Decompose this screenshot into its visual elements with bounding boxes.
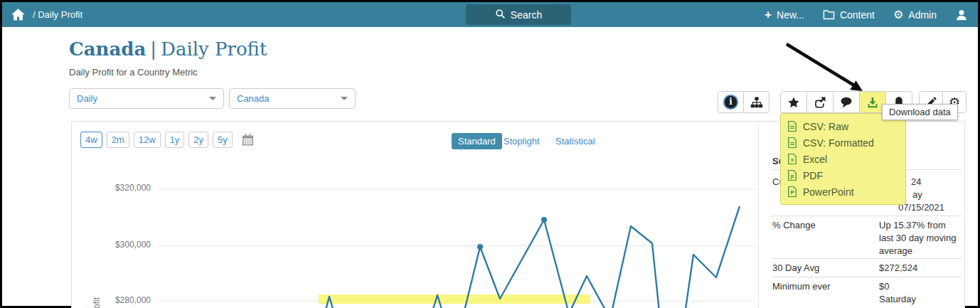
summary-label-30day-avg: 30 Day Avg (772, 262, 819, 273)
download-icon (866, 96, 879, 109)
menu-item-label: Excel (803, 154, 827, 165)
svg-text:p: p (791, 173, 794, 179)
new-button[interactable]: + New... (765, 9, 804, 21)
favorite-button[interactable] (780, 91, 807, 113)
gear-icon: ⚙ (893, 9, 903, 21)
element-select[interactable]: Canada (229, 88, 356, 109)
time-range-group: 4w 2m 12w 1y 2y 5y (80, 132, 255, 148)
range-button-1y[interactable]: 1y (165, 132, 185, 148)
y-axis-tick: $280,000 (94, 295, 151, 305)
y-axis-tick: $320,000 (94, 183, 151, 193)
search-icon (495, 9, 506, 21)
menu-item-label: CSV: Formatted (803, 137, 874, 149)
menu-item-csv-formatted[interactable]: CSV: Formatted (781, 134, 905, 151)
summary-label-pct-change: % Change (772, 220, 816, 230)
lineage-button[interactable] (743, 91, 769, 113)
file-excel-icon: x (787, 153, 797, 165)
tab-statistical[interactable]: Statistical (555, 136, 595, 147)
menu-item-csv-raw[interactable]: CSV: Raw (781, 118, 905, 134)
element-select-value: Canada (237, 93, 270, 104)
tab-stoplight[interactable]: Stoplight (504, 136, 540, 147)
star-icon (787, 96, 800, 109)
summary-label-minimum: Minimum ever (772, 281, 831, 292)
breadcrumb: / Daily Profit (33, 9, 82, 20)
page-subtitle: Daily Profit for a Country Metric (69, 67, 198, 78)
y-axis-tick: $300,000 (94, 240, 151, 250)
range-button-2y[interactable]: 2y (188, 132, 208, 148)
comment-button[interactable] (833, 91, 860, 113)
menu-item-pdf[interactable]: p PDF (781, 167, 905, 184)
chevron-down-icon (209, 97, 216, 100)
divider (772, 216, 962, 216)
top-navbar: / Daily Profit Search + New... Content (2, 2, 978, 27)
divider (772, 277, 962, 277)
content-button[interactable]: Content (823, 9, 875, 21)
summary-divider (758, 122, 759, 308)
measure-select-value: Daily (77, 93, 97, 104)
summary-pct-change-line: last 30 day moving (879, 233, 956, 243)
download-tooltip: Download data (882, 104, 958, 120)
user-icon (955, 9, 968, 21)
chevron-down-icon (341, 97, 348, 100)
home-icon[interactable] (11, 7, 26, 22)
file-text-icon (787, 120, 797, 132)
plus-icon: + (765, 9, 772, 21)
range-button-5y[interactable]: 5y (213, 132, 233, 148)
range-button-4w[interactable]: 4w (80, 132, 102, 148)
svg-text:P: P (790, 189, 794, 196)
folder-icon (823, 9, 835, 20)
summary-pct-change-line: Up 15.37% from (879, 220, 946, 230)
menu-item-excel[interactable]: x Excel (781, 151, 905, 167)
page-title-metric: Daily Profit (161, 38, 267, 60)
summary-minimum-day: Saturday (879, 294, 916, 304)
page-title: Canada|Daily Profit (69, 38, 267, 60)
file-powerpoint-icon: P (787, 186, 797, 198)
summary-minimum-value: $0 (879, 281, 889, 292)
user-menu-button[interactable] (955, 9, 968, 21)
admin-button[interactable]: ⚙ Admin (893, 9, 937, 21)
menu-item-label: PDF (803, 170, 823, 181)
file-pdf-icon: p (787, 169, 797, 181)
new-label: New... (777, 9, 804, 21)
share-button[interactable] (806, 91, 833, 113)
file-text-icon (787, 137, 797, 149)
search-button[interactable]: Search (466, 4, 571, 25)
menu-item-label: PowerPoint (803, 186, 854, 198)
comment-icon (840, 96, 853, 109)
content-label: Content (840, 9, 875, 21)
menu-item-label: CSV: Raw (803, 121, 848, 132)
range-button-12w[interactable]: 12w (134, 132, 161, 148)
summary-pct-change-line: average (879, 245, 912, 256)
gridline (158, 188, 756, 189)
gridline (158, 245, 756, 246)
divider (772, 258, 962, 259)
sitemap-icon (750, 96, 763, 109)
summary-30day-avg-value: $272,524 (879, 262, 917, 273)
svg-text:x: x (791, 156, 794, 163)
admin-label: Admin (908, 9, 937, 21)
toolbar-group-info: i (718, 91, 769, 113)
info-button[interactable]: i (718, 91, 744, 113)
page-title-separator: | (146, 38, 161, 60)
summary-current-value-fragment: 24 (911, 176, 921, 187)
summary-current-value-fragment: ay (912, 189, 922, 200)
range-button-2m[interactable]: 2m (107, 132, 129, 148)
info-icon: i (723, 95, 738, 110)
chart-highlight-band (319, 294, 590, 304)
search-label: Search (511, 9, 542, 21)
share-icon (814, 96, 826, 109)
download-menu: CSV: Raw CSV: Formatted x Excel p PDF P … (780, 113, 906, 205)
measure-select[interactable]: Daily (69, 88, 224, 109)
calendar-icon[interactable] (241, 133, 255, 147)
page-title-element: Canada (69, 38, 146, 60)
menu-item-powerpoint[interactable]: P PowerPoint (781, 184, 905, 200)
app-window: / Daily Profit Search + New... Content (0, 0, 980, 308)
tab-standard[interactable]: Standard (452, 133, 502, 149)
